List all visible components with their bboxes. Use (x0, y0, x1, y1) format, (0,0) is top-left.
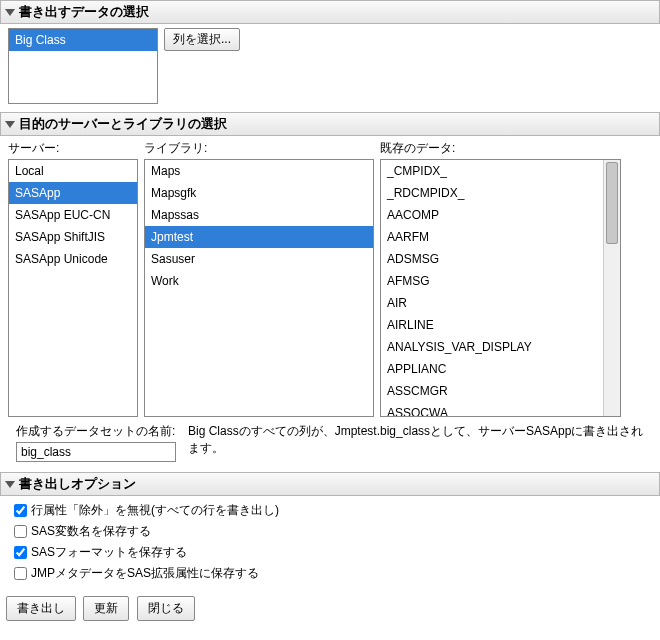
list-item[interactable]: AIRLINE (381, 314, 620, 336)
opt-save-varnames-label: SAS変数名を保存する (31, 523, 151, 540)
checkbox-ignore-excluded[interactable] (14, 504, 27, 517)
export-data-listbox[interactable]: Big Class (8, 28, 158, 104)
section-export-title: 書き出すデータの選択 (19, 3, 149, 21)
list-item[interactable]: Mapssas (145, 204, 373, 226)
section-target-title: 目的のサーバーとライブラリの選択 (19, 115, 227, 133)
section-options-title: 書き出しオプション (19, 475, 136, 493)
opt-save-metadata-label: JMPメタデータをSAS拡張属性に保存する (31, 565, 259, 582)
data-listbox[interactable]: _CMPIDX__RDCMPIDX_AACOMPAARFMADSMSGAFMSG… (380, 159, 621, 417)
refresh-button[interactable]: 更新 (83, 596, 129, 621)
dataset-name-input[interactable] (16, 442, 176, 462)
list-item[interactable]: SASApp ShiftJIS (9, 226, 137, 248)
dataset-name-label: 作成するデータセットの名前: (16, 423, 176, 440)
list-item[interactable]: SASApp Unicode (9, 248, 137, 270)
list-item[interactable]: APPLIANC (381, 358, 620, 380)
opt-save-formats[interactable]: SASフォーマットを保存する (14, 542, 646, 563)
list-item[interactable]: Jpmtest (145, 226, 373, 248)
list-item[interactable]: AFMSG (381, 270, 620, 292)
list-item[interactable]: SASApp EUC-CN (9, 204, 137, 226)
disclosure-icon (5, 121, 15, 128)
section-options: 書き出しオプション 行属性「除外」を無視(すべての行を書き出し) SAS変数名を… (0, 472, 660, 588)
list-item[interactable]: ANALYSIS_VAR_DISPLAY (381, 336, 620, 358)
section-target-header[interactable]: 目的のサーバーとライブラリの選択 (0, 112, 660, 136)
opt-save-metadata[interactable]: JMPメタデータをSAS拡張属性に保存する (14, 563, 646, 584)
list-item[interactable]: Mapsgfk (145, 182, 373, 204)
bottom-button-bar: 書き出し 更新 閉じる (0, 592, 660, 625)
list-item[interactable]: Maps (145, 160, 373, 182)
disclosure-icon (5, 481, 15, 488)
select-columns-button[interactable]: 列を選択... (164, 28, 240, 51)
server-label: サーバー: (8, 140, 138, 157)
disclosure-icon (5, 9, 15, 16)
list-item[interactable]: AIR (381, 292, 620, 314)
list-item[interactable]: SASApp (9, 182, 137, 204)
section-options-header[interactable]: 書き出しオプション (0, 472, 660, 496)
export-button[interactable]: 書き出し (6, 596, 76, 621)
scroll-thumb[interactable] (606, 162, 618, 244)
checkbox-save-formats[interactable] (14, 546, 27, 559)
list-item[interactable]: _CMPIDX_ (381, 160, 620, 182)
list-item[interactable]: AACOMP (381, 204, 620, 226)
list-item[interactable]: Sasuser (145, 248, 373, 270)
section-export-data: 書き出すデータの選択 Big Class 列を選択... (0, 0, 660, 108)
data-label: 既存のデータ: (380, 140, 621, 157)
close-button[interactable]: 閉じる (137, 596, 195, 621)
checkbox-save-metadata[interactable] (14, 567, 27, 580)
opt-ignore-excluded-label: 行属性「除外」を無視(すべての行を書き出し) (31, 502, 279, 519)
list-item[interactable]: _RDCMPIDX_ (381, 182, 620, 204)
section-target: 目的のサーバーとライブラリの選択 サーバー: LocalSASAppSASApp… (0, 112, 660, 468)
export-description: Big Classのすべての列が、Jmptest.big_classとして、サー… (188, 423, 650, 457)
library-listbox[interactable]: MapsMapsgfkMapssasJpmtestSasuserWork (144, 159, 374, 417)
list-item[interactable]: Work (145, 270, 373, 292)
opt-ignore-excluded[interactable]: 行属性「除外」を無視(すべての行を書き出し) (14, 500, 646, 521)
list-item[interactable]: Local (9, 160, 137, 182)
checkbox-save-varnames[interactable] (14, 525, 27, 538)
opt-save-formats-label: SASフォーマットを保存する (31, 544, 187, 561)
list-item[interactable]: ASSOCWA (381, 402, 620, 417)
list-item[interactable]: Big Class (9, 29, 157, 51)
library-label: ライブラリ: (144, 140, 374, 157)
server-listbox[interactable]: LocalSASAppSASApp EUC-CNSASApp ShiftJISS… (8, 159, 138, 417)
opt-save-varnames[interactable]: SAS変数名を保存する (14, 521, 646, 542)
section-export-header[interactable]: 書き出すデータの選択 (0, 0, 660, 24)
scrollbar[interactable] (603, 160, 620, 416)
list-item[interactable]: ADSMSG (381, 248, 620, 270)
list-item[interactable]: AARFM (381, 226, 620, 248)
list-item[interactable]: ASSCMGR (381, 380, 620, 402)
